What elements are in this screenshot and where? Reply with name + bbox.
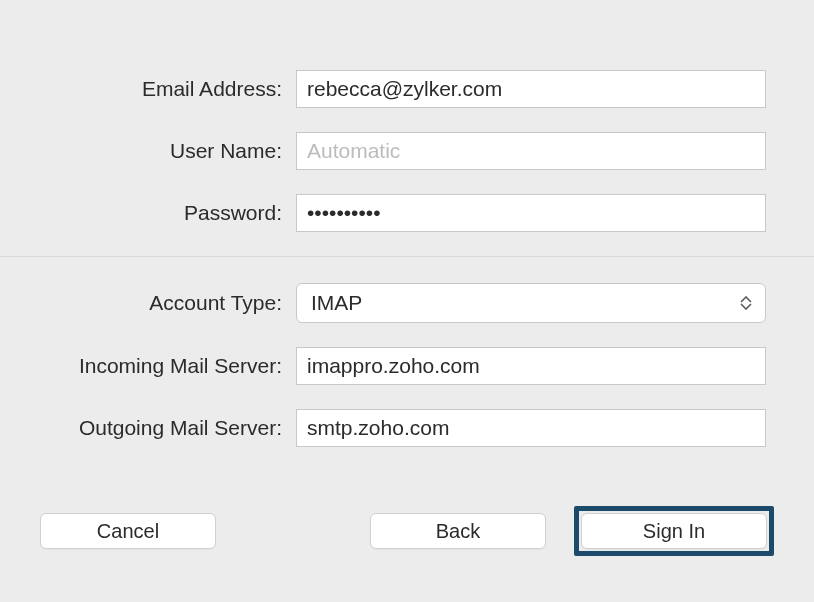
back-button[interactable]: Back <box>370 513 546 549</box>
username-input[interactable] <box>296 132 766 170</box>
incoming-server-input[interactable] <box>296 347 766 385</box>
updown-arrows-icon <box>739 293 753 313</box>
incoming-label: Incoming Mail Server: <box>24 354 296 378</box>
account-type-select[interactable]: IMAP <box>296 283 766 323</box>
mail-account-dialog: Email Address: User Name: Password: Acco… <box>0 0 814 602</box>
outgoing-row: Outgoing Mail Server: <box>0 409 814 447</box>
sign-in-button[interactable]: Sign In <box>581 513 767 549</box>
cancel-button[interactable]: Cancel <box>40 513 216 549</box>
email-input[interactable] <box>296 70 766 108</box>
username-row: User Name: <box>0 132 814 170</box>
email-label: Email Address: <box>24 77 296 101</box>
primary-highlight: Sign In <box>574 506 774 556</box>
outgoing-label: Outgoing Mail Server: <box>24 416 296 440</box>
button-bar: Cancel Back Sign In <box>0 506 814 556</box>
password-row: Password: <box>0 194 814 232</box>
server-section: Account Type: IMAP Incoming Mail Server:… <box>0 257 814 447</box>
incoming-row: Incoming Mail Server: <box>0 347 814 385</box>
account-type-row: Account Type: IMAP <box>0 283 814 323</box>
credentials-section: Email Address: User Name: Password: <box>0 0 814 256</box>
account-type-label: Account Type: <box>24 291 296 315</box>
email-row: Email Address: <box>0 70 814 108</box>
password-label: Password: <box>24 201 296 225</box>
account-type-value: IMAP <box>311 291 362 315</box>
username-label: User Name: <box>24 139 296 163</box>
password-input[interactable] <box>296 194 766 232</box>
outgoing-server-input[interactable] <box>296 409 766 447</box>
